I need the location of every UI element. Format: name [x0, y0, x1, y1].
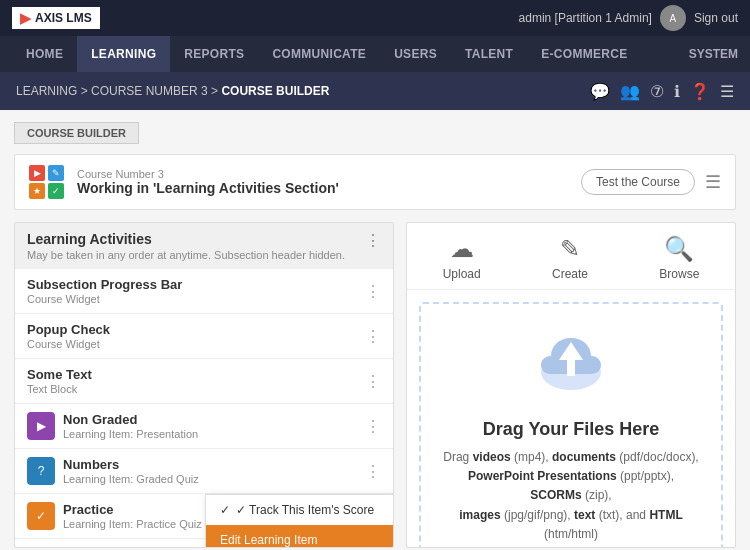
create-action[interactable]: ✎ Create: [552, 235, 588, 281]
test-course-button[interactable]: Test the Course: [581, 169, 695, 195]
nav-home[interactable]: HOME: [12, 36, 77, 72]
users-icon[interactable]: 👥: [620, 82, 640, 101]
item-icon-dark: ≡: [27, 547, 55, 548]
section-header-info: Learning Activities May be taken in any …: [27, 231, 345, 261]
item-info: Subsection Progress Bar Course Widget: [27, 277, 365, 305]
upload-bar: ☁ Upload ✎ Create 🔍 Browse: [407, 223, 735, 290]
list-item: Some Text Text Block ⋮: [15, 359, 393, 404]
top-right: admin [Partition 1 Admin] A Sign out: [519, 5, 738, 31]
info-icon[interactable]: ℹ: [674, 82, 680, 101]
course-icon-red: ▶: [29, 165, 45, 181]
item-title: Some Text: [27, 367, 365, 382]
item-dots-4[interactable]: ⋮: [365, 417, 381, 436]
main-content: COURSE BUILDER ▶ ✎ ★ ✓ Course Number 3 W…: [0, 110, 750, 550]
upload-cloud-icon: ☁: [450, 235, 474, 263]
item-info: Popup Check Course Widget: [27, 322, 365, 350]
two-column-layout: Learning Activities May be taken in any …: [14, 222, 736, 548]
nav-ecommerce[interactable]: E-COMMERCE: [527, 36, 641, 72]
list-item: Popup Check Course Widget ⋮: [15, 314, 393, 359]
item-icon-orange: ✓: [27, 502, 55, 530]
course-builder-label: COURSE BUILDER: [14, 122, 139, 144]
help-circle-icon[interactable]: ⑦: [650, 82, 664, 101]
item-title: Subsection Progress Bar: [27, 277, 365, 292]
course-icon-green: ✓: [48, 183, 64, 199]
breadcrumb-path[interactable]: LEARNING > COURSE NUMBER 3 >: [16, 84, 221, 98]
create-label: Create: [552, 267, 588, 281]
create-pencil-icon: ✎: [560, 235, 580, 263]
item-dots-5[interactable]: ⋮: [365, 462, 381, 481]
right-panel: ☁ Upload ✎ Create 🔍 Browse: [406, 222, 736, 548]
brand-name: AXIS LMS: [35, 11, 92, 25]
item-left: Some Text Text Block: [27, 367, 365, 395]
drop-zone-desc: Drag videos (mp4), documents (pdf/doc/do…: [441, 448, 701, 548]
course-menu-icon[interactable]: ☰: [705, 171, 721, 193]
item-title: Flash Cards Sample: [63, 547, 365, 548]
item-title: Non Graded: [63, 412, 365, 427]
course-info: Course Number 3 Working in 'Learning Act…: [77, 168, 339, 196]
nav-system[interactable]: SYSTEM: [689, 47, 738, 61]
item-sub: Learning Item: Graded Quiz: [63, 473, 365, 485]
section-title: Learning Activities: [27, 231, 345, 247]
breadcrumb-bar: LEARNING > COURSE NUMBER 3 > COURSE BUIL…: [0, 72, 750, 110]
context-menu: ✓ ✓ Track This Item's Score Edit Learnin…: [205, 494, 394, 548]
logo[interactable]: ▶ AXIS LMS: [12, 7, 100, 29]
drop-zone-title: Drag Your Files Here: [483, 419, 659, 440]
signout-link[interactable]: Sign out: [694, 11, 738, 25]
avatar: A: [660, 5, 686, 31]
item-left: Subsection Progress Bar Course Widget: [27, 277, 365, 305]
browse-label: Browse: [659, 267, 699, 281]
item-info: Non Graded Learning Item: Presentation: [63, 412, 365, 440]
top-bar: ▶ AXIS LMS admin [Partition 1 Admin] A S…: [0, 0, 750, 36]
menu-icon[interactable]: ☰: [720, 82, 734, 101]
course-icon-orange: ★: [29, 183, 45, 199]
item-icon-purple: ▶: [27, 412, 55, 440]
section-header: Learning Activities May be taken in any …: [15, 223, 393, 269]
course-card-left: ▶ ✎ ★ ✓ Course Number 3 Working in 'Lear…: [29, 165, 339, 199]
nav-users[interactable]: USERS: [380, 36, 451, 72]
item-left: ≡ Flash Cards Sample Learning Item: Flas…: [27, 547, 365, 548]
nav-communicate[interactable]: COMMUNICATE: [258, 36, 380, 72]
course-icons: ▶ ✎ ★ ✓: [29, 165, 65, 199]
upload-label: Upload: [443, 267, 481, 281]
course-card: ▶ ✎ ★ ✓ Course Number 3 Working in 'Lear…: [14, 154, 736, 210]
question-icon[interactable]: ❓: [690, 82, 710, 101]
item-left: Popup Check Course Widget: [27, 322, 365, 350]
item-info: Numbers Learning Item: Graded Quiz: [63, 457, 365, 485]
list-item: ▶ Non Graded Learning Item: Presentation…: [15, 404, 393, 449]
context-track-score[interactable]: ✓ ✓ Track This Item's Score: [206, 495, 394, 525]
browse-action[interactable]: 🔍 Browse: [659, 235, 699, 281]
section-subtitle: May be taken in any order at anytime. Su…: [27, 249, 345, 261]
nav-learning[interactable]: LEARNING: [77, 36, 170, 72]
context-edit-item[interactable]: Edit Learning Item: [206, 525, 394, 548]
logo-icon: ▶: [20, 10, 31, 26]
item-sub: Learning Item: Presentation: [63, 428, 365, 440]
item-dots-2[interactable]: ⋮: [365, 327, 381, 346]
course-icon-blue: ✎: [48, 165, 64, 181]
cloud-upload-icon: [531, 324, 611, 409]
upload-action[interactable]: ☁ Upload: [443, 235, 481, 281]
drop-zone[interactable]: Drag Your Files Here Drag videos (mp4), …: [419, 302, 723, 548]
chat-icon[interactable]: 💬: [590, 82, 610, 101]
item-dots-1[interactable]: ⋮: [365, 282, 381, 301]
left-panel: Learning Activities May be taken in any …: [14, 222, 394, 548]
item-icon-blue: ?: [27, 457, 55, 485]
item-info: Some Text Text Block: [27, 367, 365, 395]
item-info: Flash Cards Sample Learning Item: Flash …: [63, 547, 365, 548]
nav-talent[interactable]: TALENT: [451, 36, 527, 72]
item-title: Numbers: [63, 457, 365, 472]
context-item-label: Edit Learning Item: [220, 533, 317, 547]
item-dots-3[interactable]: ⋮: [365, 372, 381, 391]
item-sub: Text Block: [27, 383, 365, 395]
list-item: Subsection Progress Bar Course Widget ⋮: [15, 269, 393, 314]
main-nav: HOME LEARNING REPORTS COMMUNICATE USERS …: [0, 36, 750, 72]
check-icon: ✓: [220, 503, 230, 517]
course-number: Course Number 3: [77, 168, 339, 180]
course-card-right: Test the Course ☰: [581, 169, 721, 195]
section-menu-icon[interactable]: ⋮: [365, 231, 381, 250]
nav-reports[interactable]: REPORTS: [170, 36, 258, 72]
breadcrumb: LEARNING > COURSE NUMBER 3 > COURSE BUIL…: [16, 84, 329, 98]
item-left: ? Numbers Learning Item: Graded Quiz: [27, 457, 365, 485]
item-sub: Course Widget: [27, 338, 365, 350]
item-title: Popup Check: [27, 322, 365, 337]
course-title: Working in 'Learning Activities Section': [77, 180, 339, 196]
